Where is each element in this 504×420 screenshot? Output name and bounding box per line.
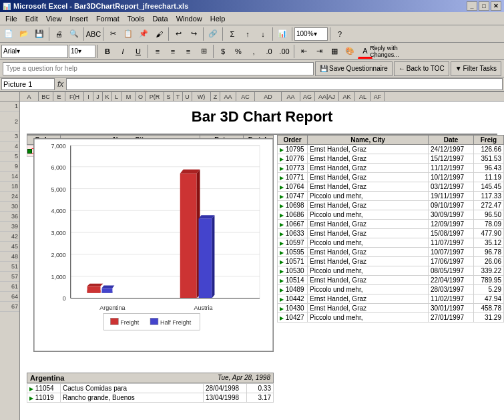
fill-color-button[interactable]: 🎨 (342, 44, 357, 59)
right-table-row: ▶ 10773 Ernst Handel, Graz 11/12/1997 96… (278, 164, 504, 173)
menu-data[interactable]: Data (148, 13, 172, 24)
spell-check-button[interactable]: ABC (86, 27, 101, 41)
comma-button[interactable]: , (246, 44, 261, 59)
open-button[interactable]: 📂 (17, 27, 31, 41)
maximize-button[interactable]: □ (479, 1, 489, 11)
menu-help[interactable]: Help (206, 13, 230, 24)
col-header-pr[interactable]: P(R (146, 92, 164, 101)
bottom-order-2: 11019 (35, 394, 54, 401)
hyperlink-button[interactable]: 🔗 (206, 27, 220, 41)
merge-cells-button[interactable]: ⊞ (196, 44, 211, 59)
menu-tools[interactable]: Tools (123, 13, 149, 24)
svg-text:7,000: 7,000 (51, 143, 65, 150)
sheet-content: Bar 3D Chart Report Order Name, City Dat… (20, 101, 504, 420)
increase-decimal[interactable]: .0 (262, 44, 276, 59)
borders-button[interactable]: ▦ (327, 44, 342, 59)
menu-edit[interactable]: Edit (21, 13, 42, 24)
col-header-k[interactable]: K (103, 92, 112, 101)
right-table-row: ▶ 10489 Piccolo und mehr, 28/03/1997 5.2… (278, 285, 504, 294)
col-header-z[interactable]: Z (211, 92, 220, 101)
font-size-dropdown[interactable]: 10▾ (69, 45, 95, 58)
menu-insert[interactable]: Insert (65, 13, 92, 24)
col-header-wy[interactable]: W) (192, 92, 211, 101)
currency-button[interactable]: $ (216, 44, 230, 59)
decrease-decimal[interactable]: .00 (277, 44, 292, 59)
formula-input[interactable] (66, 78, 503, 90)
minimize-button[interactable]: _ (467, 1, 477, 11)
svg-rect-1 (71, 146, 260, 298)
row-67: 67 (0, 302, 19, 312)
underline-button[interactable]: U (131, 44, 146, 59)
align-center-button[interactable]: ≡ (166, 44, 180, 59)
col-header-aaj[interactable]: AA|AJ (315, 92, 339, 101)
help-button[interactable]: ? (332, 27, 347, 41)
align-left-button[interactable]: ≡ (150, 44, 165, 59)
filter-tasks-button[interactable]: ▼ Filter Tasks (451, 61, 501, 76)
print-button[interactable]: 🖨 (51, 27, 66, 41)
chart-wizard[interactable]: 📊 (275, 27, 290, 41)
chart-area: 0 1,000 2,000 3,000 4,000 5,000 6,000 7,… (33, 138, 274, 352)
row-39: 39 (0, 222, 19, 232)
sort-asc-button[interactable]: ↑ (240, 27, 255, 41)
indent-decrease[interactable]: ⇤ (296, 44, 311, 59)
menu-window[interactable]: Window (172, 13, 206, 24)
reply-changes-button[interactable]: Reply with Changes... (377, 44, 392, 59)
new-button[interactable]: 📄 (1, 27, 16, 41)
col-header-e[interactable]: E (53, 92, 65, 101)
indent-increase[interactable]: ⇥ (312, 44, 326, 59)
autosum-button[interactable]: Σ (225, 27, 240, 41)
svg-text:1,000: 1,000 (51, 274, 65, 280)
svg-rect-36 (150, 318, 158, 325)
bold-button[interactable]: B (100, 44, 115, 59)
col-header-i[interactable]: I (84, 92, 93, 101)
save-questionnaire-button[interactable]: 💾 Save Questionnaire (315, 61, 393, 76)
col-header-m[interactable]: M (121, 92, 136, 101)
col-header-o[interactable]: O (136, 92, 146, 101)
save-button[interactable]: 💾 (32, 27, 47, 41)
col-header-ag[interactable]: AG (300, 92, 315, 101)
help-search-input[interactable] (3, 62, 314, 75)
row-42: 42 (0, 232, 19, 242)
back-to-toc-button[interactable]: ← Back to TOC (394, 61, 449, 76)
col-header-ac[interactable]: AC (236, 92, 255, 101)
zoom-dropdown[interactable]: 100%▾ (294, 27, 328, 41)
close-button[interactable]: ✕ (491, 1, 501, 11)
right-table-row: ▶ 10776 Ernst Handel, Graz 15/12/1997 35… (278, 154, 504, 164)
name-box[interactable]: Picture 1 (1, 78, 55, 90)
redo-button[interactable]: ↪ (186, 27, 201, 41)
menu-file[interactable]: File (1, 13, 21, 24)
right-table-row: ▶ 10686 Piccolo und mehr, 30/09/1997 96.… (278, 210, 504, 220)
col-header-l[interactable]: L (112, 92, 121, 101)
menu-view[interactable]: View (42, 13, 66, 24)
col-header-aa[interactable]: AA (220, 92, 236, 101)
font-name-dropdown[interactable]: Arial▾ (1, 45, 68, 58)
col-header-aa2[interactable]: AA (282, 92, 300, 101)
col-header-j[interactable]: J (93, 92, 103, 101)
col-header-fh[interactable]: F(H (65, 92, 84, 101)
col-header-u[interactable]: U (183, 92, 192, 101)
col-header-al[interactable]: AL (355, 92, 371, 101)
sep2 (83, 27, 84, 41)
paste-button[interactable]: 📌 (136, 27, 151, 41)
format-painter[interactable]: 🖌 (152, 27, 166, 41)
sort-desc-button[interactable]: ↓ (256, 27, 270, 41)
col-header-ad[interactable]: AD (255, 92, 282, 101)
copy-button[interactable]: 📋 (121, 27, 136, 41)
col-header-s[interactable]: S (164, 92, 174, 101)
italic-button[interactable]: I (115, 44, 130, 59)
col-header-af[interactable]: AF (371, 92, 385, 101)
title-bar: 📊 Microsoft Excel - Bar3DChartReport_jfr… (0, 0, 504, 12)
row-61: 61 (0, 282, 19, 292)
undo-button[interactable]: ↩ (171, 27, 186, 41)
col-header-a[interactable]: A (20, 92, 39, 101)
col-header-t[interactable]: T (174, 92, 183, 101)
percent-button[interactable]: % (231, 44, 246, 59)
menu-format[interactable]: Format (92, 13, 123, 24)
report-title: Bar 3D Chart Report (20, 108, 504, 126)
cut-button[interactable]: ✂ (105, 27, 120, 41)
svg-text:6,000: 6,000 (51, 164, 65, 171)
col-header-bc[interactable]: BC (39, 92, 53, 101)
col-header-ak[interactable]: AK (339, 92, 355, 101)
align-right-button[interactable]: ≡ (181, 44, 196, 59)
print-preview-button[interactable]: 🔍 (67, 27, 81, 41)
